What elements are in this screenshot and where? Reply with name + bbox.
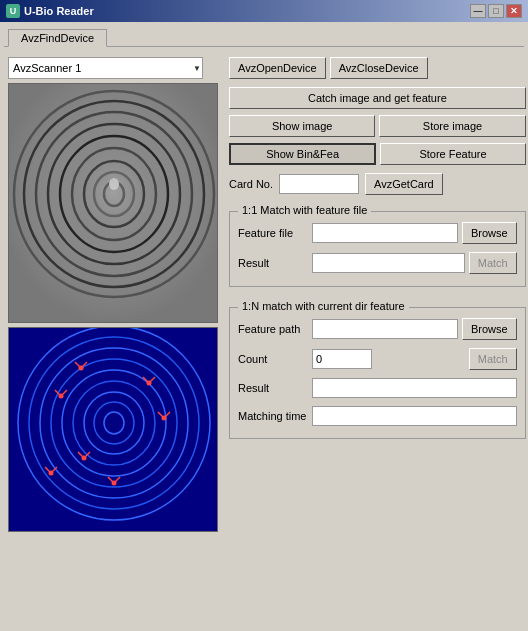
scanner-row: AvzScanner 1 ▼ [8, 57, 223, 79]
match-1-n-title: 1:N match with current dir feature [238, 300, 409, 312]
scanner-dropdown-wrapper: AvzScanner 1 ▼ [8, 57, 203, 79]
store-feature-button[interactable]: Store Feature [380, 143, 525, 165]
matching-time-row: Matching time [238, 406, 517, 426]
svg-point-37 [79, 366, 84, 371]
feature-path-row: Feature path Browse [238, 318, 517, 340]
count-label: Count [238, 353, 308, 365]
app-icon: U [6, 4, 20, 18]
main-window: AvzFindDevice AvzScanner 1 ▼ [0, 22, 528, 631]
scanner-dropdown[interactable]: AvzScanner 1 [8, 57, 203, 79]
show-store-row: Show image Store image [229, 115, 526, 137]
result-1-n-label: Result [238, 382, 308, 394]
match-1-n-button[interactable]: Match [469, 348, 517, 370]
result-1-1-input[interactable] [312, 253, 465, 273]
bin-fea-row: Show Bin&Fea Store Feature [229, 143, 526, 165]
minimize-button[interactable]: — [470, 4, 486, 18]
feature-file-browse-button[interactable]: Browse [462, 222, 517, 244]
avz-get-card-button[interactable]: AvzGetCard [365, 173, 443, 195]
result-1-1-label: Result [238, 257, 308, 269]
fingerprint-image [8, 83, 218, 323]
svg-point-39 [162, 416, 167, 421]
avz-close-device-button[interactable]: AvzCloseDevice [330, 57, 428, 79]
content-area: AvzScanner 1 ▼ [4, 53, 524, 536]
catch-image-button[interactable]: Catch image and get feature [229, 87, 526, 109]
match-1-1-title: 1:1 Match with feature file [238, 204, 371, 216]
features-svg [9, 328, 218, 532]
feature-file-row: Feature file Browse [238, 222, 517, 244]
matching-time-input[interactable] [312, 406, 517, 426]
result-1-n-row: Result [238, 378, 517, 398]
feature-path-input[interactable] [312, 319, 458, 339]
svg-point-36 [59, 394, 64, 399]
title-bar: U U-Bio Reader — □ ✕ [0, 0, 528, 22]
svg-point-41 [112, 481, 117, 486]
match-1-1-group: 1:1 Match with feature file Feature file… [229, 211, 526, 287]
close-button[interactable]: ✕ [506, 4, 522, 18]
feature-file-input[interactable] [312, 223, 458, 243]
fingerprint-svg [9, 84, 218, 323]
match-1-n-group: 1:N match with current dir feature Featu… [229, 307, 526, 439]
result-1-n-input[interactable] [312, 378, 517, 398]
card-no-label: Card No. [229, 178, 273, 190]
card-no-input[interactable] [279, 174, 359, 194]
title-controls: — □ ✕ [470, 4, 522, 18]
svg-point-38 [147, 381, 152, 386]
maximize-button[interactable]: □ [488, 4, 504, 18]
tab-bar: AvzFindDevice [4, 26, 524, 47]
title-bar-left: U U-Bio Reader [6, 4, 94, 18]
match-1-1-button[interactable]: Match [469, 252, 517, 274]
window-title: U-Bio Reader [24, 5, 94, 17]
left-panel: AvzScanner 1 ▼ [8, 57, 223, 532]
show-bin-fea-button[interactable]: Show Bin&Fea [229, 143, 376, 165]
tab-avz-find-device[interactable]: AvzFindDevice [8, 29, 107, 47]
store-image-button[interactable]: Store image [379, 115, 525, 137]
count-input[interactable] [312, 349, 372, 369]
fingerprint-features-image [8, 327, 218, 532]
right-panel: AvzOpenDevice AvzCloseDevice Catch image… [229, 57, 526, 532]
result-1-1-row: Result Match [238, 252, 517, 274]
svg-point-42 [49, 471, 54, 476]
svg-point-40 [82, 456, 87, 461]
matching-time-label: Matching time [238, 410, 308, 422]
device-buttons-row: AvzOpenDevice AvzCloseDevice [229, 57, 526, 79]
show-image-button[interactable]: Show image [229, 115, 375, 137]
card-no-row: Card No. AvzGetCard [229, 173, 526, 195]
avz-open-device-button[interactable]: AvzOpenDevice [229, 57, 326, 79]
svg-rect-11 [9, 84, 218, 323]
feature-file-label: Feature file [238, 227, 308, 239]
feature-path-browse-button[interactable]: Browse [462, 318, 517, 340]
count-row: Count Match [238, 348, 517, 370]
feature-path-label: Feature path [238, 323, 308, 335]
